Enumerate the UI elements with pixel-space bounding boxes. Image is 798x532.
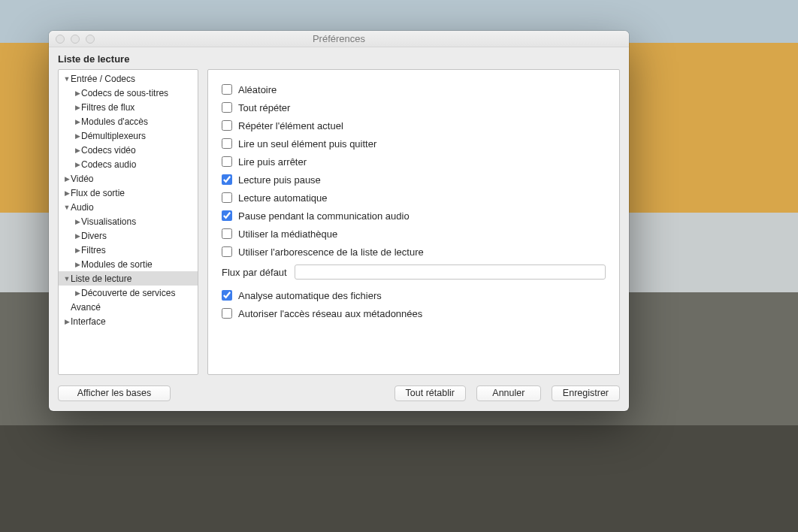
chevron-right-icon[interactable]: ▶: [63, 175, 71, 183]
option-row: Répéter l'élément actuel: [222, 116, 606, 135]
chevron-right-icon[interactable]: ▶: [74, 89, 81, 97]
minimize-icon[interactable]: [71, 35, 80, 44]
tree-item[interactable]: ▶Découverte de services: [59, 286, 198, 300]
settings-panel: AléatoireTout répéterRépéter l'élément a…: [207, 69, 620, 375]
tree-item-label: Découverte de services: [81, 288, 175, 298]
option-checkbox[interactable]: [222, 246, 232, 257]
option-label: Aléatoire: [238, 84, 277, 95]
option-label: Analyse automatique des fichiers: [238, 290, 382, 301]
chevron-right-icon[interactable]: ▶: [74, 132, 81, 140]
tree-item[interactable]: ▼Audio: [59, 200, 198, 214]
tree-item-label: Entrée / Codecs: [71, 74, 135, 84]
option-row: Aléatoire: [222, 80, 606, 98]
option-label: Utiliser l'arborescence de la liste de l…: [238, 246, 424, 258]
tree-item[interactable]: ▶Vidéo: [59, 171, 198, 186]
chevron-right-icon[interactable]: ▶: [63, 318, 71, 325]
chevron-down-icon[interactable]: ▼: [63, 275, 71, 283]
tree-item[interactable]: ▶Visualisations: [59, 214, 198, 228]
chevron-right-icon[interactable]: ▶: [63, 189, 71, 197]
window-body: ▼Entrée / Codecs▶Codecs de sous-titres▶F…: [49, 69, 629, 375]
option-label: Lecture automatique: [238, 192, 328, 204]
option-label: Lire un seul élément puis quitter: [238, 138, 376, 150]
option-checkbox[interactable]: [222, 210, 232, 221]
tree-item[interactable]: ▶Filtres: [59, 243, 198, 257]
option-row: Autoriser l'accès réseau aux métadonnées: [222, 304, 606, 322]
option-row: Lire un seul élément puis quitter: [222, 135, 606, 153]
option-checkbox[interactable]: [222, 192, 232, 203]
tree-item-label: Avancé: [71, 302, 101, 313]
tree-item[interactable]: ▶Codecs audio: [59, 157, 198, 171]
option-checkbox[interactable]: [222, 156, 232, 167]
option-checkbox[interactable]: [222, 228, 232, 239]
option-row: Lire puis arrêter: [222, 153, 606, 171]
option-checkbox[interactable]: [222, 138, 232, 149]
tree-item[interactable]: Avancé: [59, 300, 198, 314]
option-checkbox[interactable]: [222, 102, 232, 113]
save-button[interactable]: Enregistrer: [552, 385, 620, 401]
tree-item[interactable]: ▶Flux de sortie: [59, 186, 198, 200]
cancel-button[interactable]: Annuler: [476, 385, 541, 401]
desktop-background: Préférences Liste de lecture ▼Entrée / C…: [0, 0, 798, 532]
option-row: Lecture puis pause: [222, 171, 606, 189]
tree-item[interactable]: ▶Codecs de sous-titres: [59, 86, 198, 100]
zoom-icon[interactable]: [86, 35, 95, 44]
reset-all-button[interactable]: Tout rétablir: [394, 385, 466, 401]
tree-item[interactable]: ▼Liste de lecture: [59, 271, 198, 286]
tree-item[interactable]: ▶Interface: [59, 314, 198, 328]
option-checkbox[interactable]: [222, 120, 232, 131]
chevron-right-icon[interactable]: ▶: [74, 289, 81, 297]
option-row: Utiliser l'arborescence de la liste de l…: [222, 243, 606, 261]
tree-item-label: Divers: [81, 231, 107, 241]
default-stream-label: Flux par défaut: [222, 267, 287, 278]
chevron-right-icon[interactable]: ▶: [74, 246, 81, 254]
option-checkbox[interactable]: [222, 174, 232, 185]
tree-item[interactable]: ▶Modules de sortie: [59, 257, 198, 271]
tree-item[interactable]: ▶Divers: [59, 228, 198, 243]
chevron-right-icon[interactable]: ▶: [74, 147, 81, 154]
option-row: Pause pendant la communication audio: [222, 207, 606, 225]
chevron-right-icon[interactable]: ▶: [74, 218, 81, 225]
option-label: Pause pendant la communication audio: [238, 210, 410, 222]
option-row: Analyse automatique des fichiers: [222, 286, 606, 304]
show-basic-button[interactable]: Afficher les bases: [58, 385, 171, 401]
tree-item-label: Interface: [71, 316, 106, 327]
tree-item[interactable]: ▼Entrée / Codecs: [59, 71, 198, 86]
chevron-down-icon[interactable]: ▼: [63, 204, 71, 211]
default-stream-input[interactable]: [295, 264, 606, 280]
option-row: Tout répéter: [222, 98, 606, 116]
chevron-right-icon[interactable]: ▶: [74, 104, 81, 111]
category-tree[interactable]: ▼Entrée / Codecs▶Codecs de sous-titres▶F…: [58, 69, 198, 375]
tree-item[interactable]: ▶Démultiplexeurs: [59, 128, 198, 143]
chevron-right-icon[interactable]: ▶: [74, 261, 81, 268]
tree-item[interactable]: ▶Codecs vidéo: [59, 143, 198, 157]
option-label: Lecture puis pause: [238, 174, 321, 186]
tree-item-label: Flux de sortie: [71, 188, 125, 198]
option-checkbox[interactable]: [222, 84, 232, 95]
tree-item-label: Audio: [71, 202, 94, 213]
option-label: Tout répéter: [238, 102, 290, 113]
chevron-down-icon[interactable]: ▼: [63, 75, 71, 83]
window-controls: [49, 35, 95, 44]
option-checkbox[interactable]: [222, 308, 232, 319]
tree-item-label: Modules d'accès: [81, 116, 148, 127]
chevron-right-icon[interactable]: ▶: [74, 118, 81, 125]
option-checkbox[interactable]: [222, 290, 232, 301]
tree-item-label: Visualisations: [81, 216, 136, 227]
window-title: Préférences: [49, 33, 629, 44]
option-label: Utiliser la médiathèque: [238, 228, 337, 240]
metadata-options-group: Analyse automatique des fichiersAutorise…: [222, 286, 606, 322]
option-row: Utiliser la médiathèque: [222, 225, 606, 243]
tree-item-label: Démultiplexeurs: [81, 131, 146, 141]
chevron-right-icon[interactable]: ▶: [74, 232, 81, 240]
option-row: Lecture automatique: [222, 189, 606, 207]
tree-item-label: Filtres de flux: [81, 102, 135, 113]
window-titlebar[interactable]: Préférences: [49, 31, 629, 47]
window-footer: Afficher les bases Tout rétablir Annuler…: [49, 375, 629, 411]
tree-item[interactable]: ▶Modules d'accès: [59, 114, 198, 128]
chevron-right-icon[interactable]: ▶: [74, 161, 81, 168]
close-icon[interactable]: [56, 35, 65, 44]
tree-item-label: Modules de sortie: [81, 259, 153, 270]
tree-item[interactable]: ▶Filtres de flux: [59, 100, 198, 114]
default-stream-row: Flux par défaut: [222, 262, 606, 282]
tree-item-label: Codecs audio: [81, 159, 136, 170]
